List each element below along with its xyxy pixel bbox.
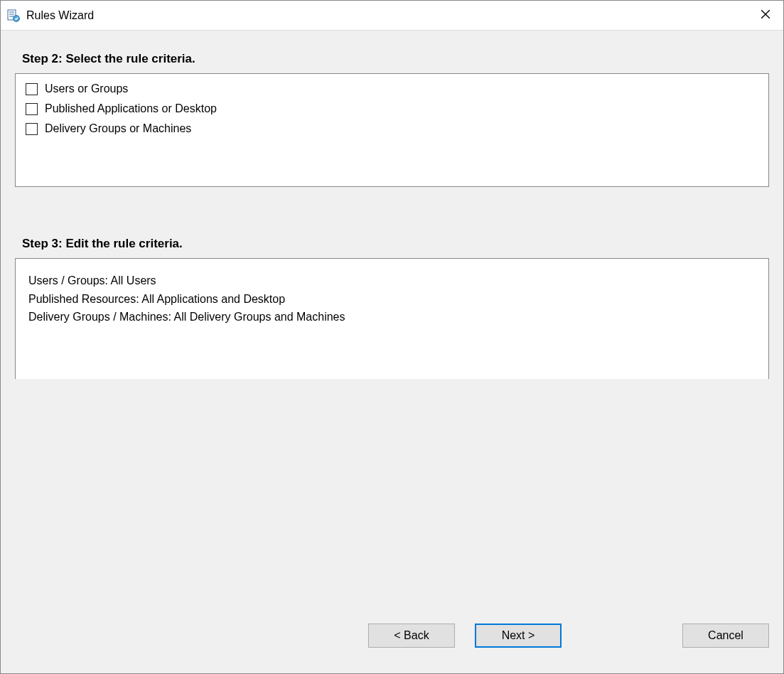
window-title: Rules Wizard	[26, 9, 748, 22]
step2-heading: Step 2: Select the rule criteria.	[22, 52, 769, 66]
criteria-label: Delivery Groups or Machines	[45, 122, 191, 135]
checkbox-published-apps[interactable]	[26, 103, 38, 115]
back-button[interactable]: < Back	[368, 624, 455, 648]
titlebar: Rules Wizard	[1, 1, 783, 31]
cancel-button[interactable]: Cancel	[682, 624, 769, 648]
close-icon	[761, 9, 770, 21]
criteria-label: Users or Groups	[45, 82, 128, 95]
edit-line-delivery[interactable]: Delivery Groups / Machines: All Delivery…	[28, 308, 756, 326]
criteria-select-panel: Users or Groups Published Applications o…	[15, 73, 769, 187]
criteria-item-users-groups[interactable]: Users or Groups	[26, 82, 758, 95]
wizard-icon	[6, 9, 21, 23]
next-button[interactable]: Next >	[475, 624, 562, 648]
criteria-item-delivery-groups[interactable]: Delivery Groups or Machines	[26, 122, 758, 135]
wizard-button-row: < Back Next > Cancel	[1, 624, 783, 648]
checkbox-delivery-groups[interactable]	[26, 123, 38, 135]
criteria-item-published-apps[interactable]: Published Applications or Desktop	[26, 102, 758, 115]
criteria-edit-panel: Users / Groups: All Users Published Reso…	[15, 258, 769, 379]
close-button[interactable]	[748, 1, 783, 31]
edit-line-users[interactable]: Users / Groups: All Users	[28, 272, 756, 290]
wizard-content: Step 2: Select the rule criteria. Users …	[1, 31, 783, 673]
button-spacer	[15, 624, 368, 648]
step3-heading: Step 3: Edit the rule criteria.	[22, 237, 769, 251]
checkbox-users-groups[interactable]	[26, 83, 38, 95]
edit-line-resources[interactable]: Published Resources: All Applications an…	[28, 290, 756, 309]
criteria-label: Published Applications or Desktop	[45, 102, 217, 115]
